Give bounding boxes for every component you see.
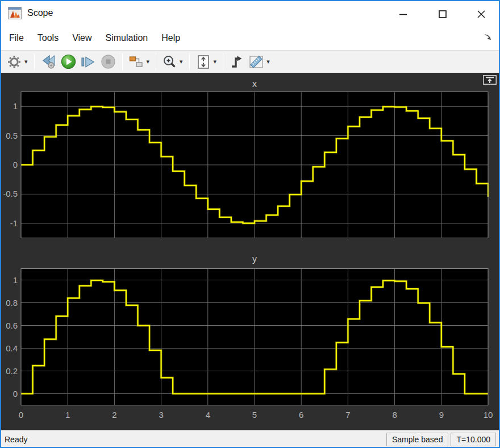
menu-simulation[interactable]: Simulation (106, 33, 148, 43)
svg-text:0: 0 (13, 160, 18, 169)
svg-text:1: 1 (65, 410, 70, 420)
run-button[interactable] (59, 53, 78, 71)
svg-text:0.2: 0.2 (6, 366, 18, 376)
maximize-icon (439, 10, 447, 18)
menu-tools[interactable]: Tools (38, 33, 59, 43)
step-forward-icon (81, 55, 96, 69)
minimize-button[interactable] (390, 6, 416, 23)
toolbar-separator (223, 53, 223, 70)
plot-title-x: x (21, 79, 488, 89)
step-back-icon (41, 55, 56, 69)
window-title: Scope (27, 8, 53, 18)
toolbar-separator (156, 53, 156, 70)
scope-plot-x[interactable]: -1-0.500.51 (1, 92, 499, 238)
svg-text:1: 1 (13, 101, 18, 111)
settings-button[interactable] (5, 53, 23, 71)
menu-file[interactable]: File (9, 33, 24, 43)
measurements-dropdown-caret[interactable]: ▾ (266, 58, 270, 65)
menu-view[interactable]: View (72, 33, 91, 43)
trigger-button[interactable] (228, 53, 246, 71)
fit-to-view-dropdown-caret[interactable]: ▾ (214, 58, 217, 65)
status-bar: Ready Sample based T=10.000 (1, 430, 499, 448)
menu-help[interactable]: Help (161, 33, 180, 43)
ruler-icon (249, 55, 264, 69)
svg-text:0.4: 0.4 (6, 343, 18, 353)
svg-text:2: 2 (112, 410, 116, 420)
svg-text:7: 7 (345, 410, 350, 420)
toolbar-separator (122, 53, 123, 70)
svg-text:10: 10 (484, 410, 493, 420)
status-time-badge: T=10.000 (451, 433, 496, 446)
svg-text:6: 6 (299, 410, 303, 420)
svg-text:0.5: 0.5 (6, 131, 18, 140)
menu-bar: File Tools View Simulation Help (1, 26, 499, 50)
settings-dropdown-caret[interactable]: ▾ (24, 58, 28, 65)
toolbar-separator (34, 53, 35, 70)
title-bar[interactable]: Scope (1, 1, 499, 26)
svg-text:0.6: 0.6 (6, 321, 18, 330)
play-icon (61, 54, 76, 69)
stop-button[interactable] (99, 53, 118, 71)
svg-text:0: 0 (13, 389, 18, 399)
highlight-block-button[interactable] (127, 53, 145, 71)
svg-text:8: 8 (392, 410, 397, 420)
close-button[interactable] (468, 6, 494, 23)
step-back-button[interactable] (39, 53, 58, 71)
trigger-step-icon (230, 55, 244, 69)
scope-window: Scope File Tools View Simulation Help (0, 0, 500, 448)
close-icon (477, 10, 485, 18)
plot-title-y: y (21, 254, 488, 264)
svg-text:3: 3 (159, 410, 163, 420)
scope-plot-y[interactable]: 00.20.40.60.81012345678910 (1, 268, 499, 423)
toolbar: ▾ (1, 50, 499, 73)
svg-text:0: 0 (19, 410, 23, 420)
gear-icon (7, 55, 22, 69)
zoom-dropdown-caret[interactable]: ▾ (180, 58, 183, 65)
signal-blocks-icon (129, 55, 144, 69)
svg-text:-1: -1 (10, 218, 18, 228)
magnifier-plus-icon (163, 55, 177, 69)
status-mode-badge: Sample based (386, 433, 449, 446)
measurements-button[interactable] (247, 53, 265, 71)
svg-text:4: 4 (206, 410, 210, 420)
zoom-button[interactable] (161, 53, 178, 71)
minimize-icon (399, 14, 407, 15)
svg-text:0.8: 0.8 (6, 298, 18, 308)
status-text: Ready (1, 435, 386, 444)
toolbar-separator (189, 53, 190, 70)
svg-text:5: 5 (252, 410, 257, 420)
fit-to-view-button[interactable] (194, 53, 213, 71)
svg-text:9: 9 (439, 410, 444, 420)
stop-icon (101, 54, 116, 69)
svg-text:1: 1 (13, 275, 18, 285)
highlight-block-dropdown-caret[interactable]: ▾ (147, 58, 150, 65)
svg-text:-0.5: -0.5 (3, 189, 18, 198)
plot-panel: x -1-0.500.51 y 00.20.40.60.810123456789… (1, 73, 499, 430)
maximize-button[interactable] (430, 6, 456, 23)
fit-view-icon (196, 55, 211, 69)
scope-app-icon (8, 7, 22, 19)
corner-arrow-icon[interactable] (484, 33, 492, 40)
step-forward-button[interactable] (79, 53, 98, 71)
